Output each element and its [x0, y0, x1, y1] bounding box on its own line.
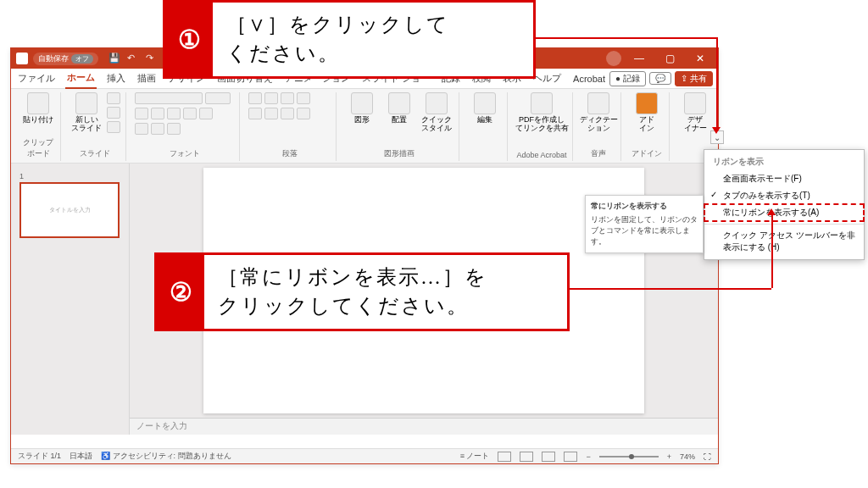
paste-button[interactable]: 貼り付け	[21, 92, 55, 125]
arrow-2-head	[767, 208, 776, 215]
autosave-state: オフ	[71, 54, 93, 64]
numbering-button[interactable]	[264, 92, 278, 104]
align-left-button[interactable]	[248, 108, 262, 119]
group-addin: アド イン アドイン	[625, 92, 670, 161]
user-avatar-icon[interactable]	[606, 51, 621, 66]
tab-draw[interactable]: 描画	[136, 69, 158, 88]
addin-icon	[636, 92, 658, 114]
zoom-slider[interactable]	[599, 456, 659, 458]
option-always-show-ribbon[interactable]: 常にリボンを表示する(A)	[704, 204, 864, 221]
group-clipboard: 貼り付け クリップボード	[16, 92, 61, 161]
bullets-button[interactable]	[248, 92, 262, 104]
italic-button[interactable]	[151, 108, 164, 119]
callout-1-number: ①	[165, 3, 213, 76]
find-icon	[474, 92, 496, 114]
group-drawing: 図形 配置 クイック スタイル 図形描画	[340, 92, 459, 161]
paste-icon	[27, 92, 49, 114]
strike-button[interactable]	[183, 108, 197, 119]
close-button[interactable]: ✕	[687, 53, 713, 64]
new-slide-icon	[75, 92, 97, 114]
align-center-button[interactable]	[264, 108, 278, 119]
font-select[interactable]	[135, 92, 203, 104]
zoom-out-button[interactable]: −	[586, 452, 590, 461]
callout-2-text: ［常にリボンを表示…］を クリックしてください。	[204, 255, 501, 329]
notes-toggle[interactable]: ≡ ノート	[460, 451, 490, 462]
tab-acrobat[interactable]: Acrobat	[571, 70, 607, 87]
font-size[interactable]	[205, 92, 231, 104]
quick-styles-icon	[426, 92, 448, 114]
redo-icon[interactable]: ↷	[146, 53, 158, 64]
reset-icon[interactable]	[107, 107, 120, 119]
tab-home[interactable]: ホーム	[65, 68, 97, 89]
zoom-in-button[interactable]: +	[667, 452, 671, 461]
slideshow-view-button[interactable]	[564, 452, 577, 462]
zoom-level[interactable]: 74%	[680, 452, 695, 461]
save-icon[interactable]: 💾	[108, 53, 120, 64]
language-indicator[interactable]: 日本語	[70, 451, 92, 462]
accessibility-status[interactable]: ♿ アクセシビリティ: 問題ありません	[101, 451, 231, 462]
indent-inc-button[interactable]	[297, 92, 310, 104]
minimize-button[interactable]: —	[626, 53, 652, 64]
section-icon[interactable]	[107, 121, 120, 133]
arrow-2-h1	[570, 288, 771, 290]
group-paragraph: 段落	[243, 92, 337, 161]
tooltip-title: 常にリボンを表示する	[591, 201, 698, 212]
designer-icon	[684, 92, 706, 114]
group-voice: ディクテー ション 音声	[576, 92, 621, 161]
tab-help[interactable]: ヘルプ	[531, 69, 563, 88]
slide-thumbnail-1[interactable]: タイトルを入力	[19, 182, 120, 238]
pdf-icon	[531, 92, 553, 114]
dictate-button[interactable]: ディクテー ション	[581, 92, 615, 133]
group-acrobat: PDFを作成し てリンクを共有 Adobe Acrobat	[511, 92, 573, 161]
undo-icon[interactable]: ↶	[127, 53, 139, 64]
group-slides: 新しい スライド スライド	[64, 92, 126, 161]
ribbon-display-options-menu: リボンを表示 全画面表示モード(F) タブのみを表示する(T) 常にリボンを表示…	[704, 149, 865, 260]
pdf-share-button[interactable]: PDFを作成し てリンクを共有	[516, 92, 567, 133]
quick-styles-button[interactable]: クイック スタイル	[420, 92, 453, 133]
status-bar: スライド 1/1 日本語 ♿ アクセシビリティ: 問題ありません ≡ ノート −…	[11, 448, 718, 463]
tab-file[interactable]: ファイル	[16, 69, 57, 88]
justify-button[interactable]	[297, 108, 310, 119]
autosave-toggle[interactable]: 自動保存 オフ	[33, 53, 98, 65]
arrow-1-head	[712, 127, 721, 134]
fit-window-button[interactable]: ⛶	[704, 452, 711, 461]
slide-thumbnails: 1 タイトルを入力	[11, 164, 130, 435]
group-font: フォント	[130, 92, 240, 161]
underline-button[interactable]	[167, 108, 181, 119]
tab-insert[interactable]: 挿入	[105, 69, 127, 88]
indent-dec-button[interactable]	[281, 92, 294, 104]
arrow-1-h	[536, 37, 717, 39]
align-right-button[interactable]	[281, 108, 294, 119]
comments-button[interactable]: 💬	[649, 72, 671, 85]
reading-view-button[interactable]	[542, 452, 555, 462]
layout-icon[interactable]	[107, 92, 120, 104]
edit-button[interactable]: 編集	[468, 92, 502, 125]
mic-icon	[587, 92, 609, 114]
arrange-button[interactable]: 配置	[382, 92, 416, 125]
option-tabs-only[interactable]: タブのみを表示する(T)	[704, 187, 864, 204]
font-color-button[interactable]	[135, 123, 148, 135]
notes-pane[interactable]: ノートを入力	[130, 418, 718, 435]
maximize-button[interactable]: ▢	[657, 53, 682, 64]
highlight-button[interactable]	[151, 123, 164, 135]
option-full-screen[interactable]: 全画面表示モード(F)	[704, 170, 864, 187]
bold-button[interactable]	[135, 108, 148, 119]
option-hide-qat[interactable]: クイック アクセス ツールバーを非表示にする (H)	[704, 227, 864, 256]
arrow-1-v	[716, 37, 718, 129]
new-slide-button[interactable]: 新しい スライド	[70, 92, 103, 133]
designer-button[interactable]: デザ イナー	[678, 92, 712, 133]
shapes-button[interactable]: 図形	[345, 92, 379, 125]
sorter-view-button[interactable]	[520, 452, 533, 462]
shadow-button[interactable]	[199, 108, 213, 119]
clear-format-button[interactable]	[167, 123, 181, 135]
normal-view-button[interactable]	[498, 452, 511, 462]
record-button[interactable]: ● 記録	[609, 71, 646, 86]
callout-2: ② ［常にリボンを表示…］を クリックしてください。	[154, 252, 570, 331]
tooltip-body: リボンを固定して、リボンのタブとコマンドを常に表示します。	[591, 214, 698, 247]
callout-1-text: ［∨］をクリックして ください。	[213, 3, 463, 76]
addin-button[interactable]: アド イン	[630, 92, 664, 133]
dropdown-section-title: リボンを表示	[704, 153, 864, 170]
autosave-label: 自動保存	[38, 53, 69, 64]
share-button[interactable]: ⇪ 共有	[675, 71, 713, 86]
arrange-icon	[388, 92, 410, 114]
